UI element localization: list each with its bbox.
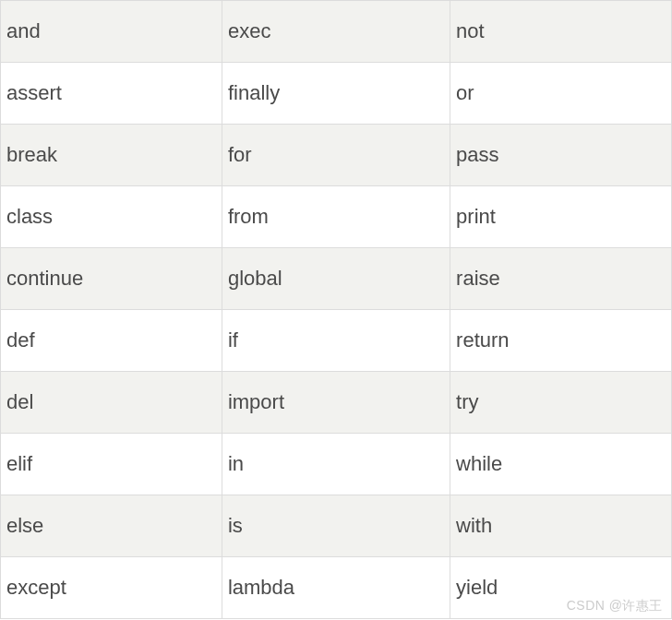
table-cell: and — [1, 1, 222, 63]
table-cell: for — [222, 125, 450, 186]
table-cell: lambda — [222, 557, 450, 619]
table-cell: print — [450, 186, 672, 248]
table-cell: def — [1, 310, 222, 372]
table-cell: try — [450, 372, 672, 434]
table-cell: not — [450, 1, 672, 63]
table-cell: yield — [450, 557, 672, 619]
table-cell: del — [1, 372, 222, 434]
table-cell: pass — [450, 125, 672, 186]
table-cell: exec — [222, 1, 450, 63]
table-row: and exec not — [1, 1, 672, 63]
table-cell: finally — [222, 63, 450, 125]
table-cell: import — [222, 372, 450, 434]
table-row: def if return — [1, 310, 672, 372]
table-row: break for pass — [1, 125, 672, 186]
table-row: continue global raise — [1, 248, 672, 310]
table-row: except lambda yield — [1, 557, 672, 619]
table-cell: with — [450, 495, 672, 557]
table-cell: except — [1, 557, 222, 619]
table-cell: is — [222, 495, 450, 557]
table-row: elif in while — [1, 434, 672, 495]
table-cell: elif — [1, 434, 222, 495]
table-row: del import try — [1, 372, 672, 434]
table-cell: while — [450, 434, 672, 495]
table-cell: or — [450, 63, 672, 125]
table-cell: in — [222, 434, 450, 495]
table-cell: assert — [1, 63, 222, 125]
keywords-table: and exec not assert finally or break for… — [0, 0, 672, 619]
table-cell: from — [222, 186, 450, 248]
table-row: class from print — [1, 186, 672, 248]
table-cell: else — [1, 495, 222, 557]
table-row: assert finally or — [1, 63, 672, 125]
table-cell: return — [450, 310, 672, 372]
table-row: else is with — [1, 495, 672, 557]
table-cell: class — [1, 186, 222, 248]
table-cell: if — [222, 310, 450, 372]
table-cell: global — [222, 248, 450, 310]
table-cell: continue — [1, 248, 222, 310]
table-cell: break — [1, 125, 222, 186]
table-cell: raise — [450, 248, 672, 310]
